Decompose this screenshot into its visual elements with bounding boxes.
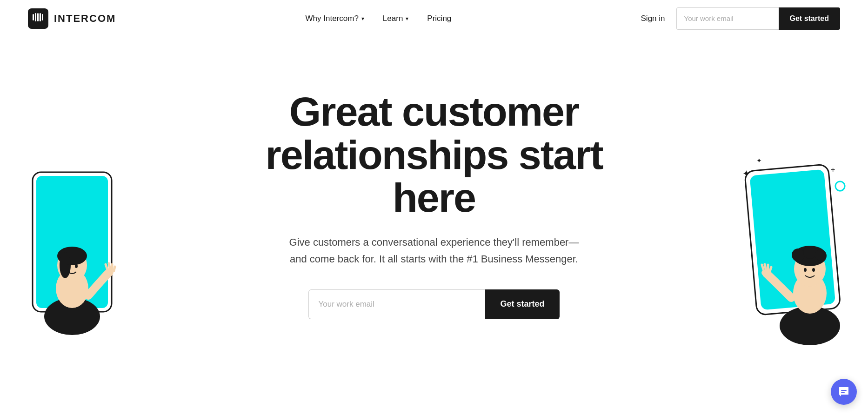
svg-rect-41 [841,392,845,393]
hero-title: Great customer relationships start here [225,90,643,219]
svg-point-31 [815,249,826,261]
hero-subtitle: Give customers a conversational experien… [271,234,597,267]
svg-point-22 [835,181,845,191]
nav-why-intercom[interactable]: Why Intercom? ▾ [306,14,364,23]
right-character-illustration: ✦ ✦ + [738,149,849,354]
svg-rect-2 [37,13,39,21]
svg-line-36 [765,264,766,269]
chat-widget-button[interactable] [831,379,857,405]
nav-learn[interactable]: Learn ▾ [383,14,408,23]
hero-cta: Get started [225,289,643,319]
left-character-illustration [28,158,130,354]
chevron-down-icon: ▾ [361,15,364,22]
nav-email-input[interactable] [676,7,779,30]
svg-point-30 [803,246,816,259]
svg-rect-4 [42,14,43,20]
svg-line-16 [109,263,110,268]
nav-pricing[interactable]: Pricing [427,14,451,23]
hero-section: ✦ ✦ + [0,37,868,363]
chevron-down-icon: ▾ [406,15,408,22]
logo-text: INTERCOM [54,13,116,25]
logo-icon [28,8,48,29]
svg-point-29 [792,248,805,262]
svg-point-13 [75,264,78,268]
svg-line-35 [762,265,763,269]
chat-icon [837,385,850,398]
svg-point-32 [804,268,807,272]
svg-rect-40 [841,390,847,391]
svg-text:+: + [831,166,835,174]
nav-right: Sign in Get started [641,7,840,30]
svg-point-12 [67,264,69,268]
svg-rect-3 [40,13,41,21]
nav-signin-link[interactable]: Sign in [641,14,665,23]
svg-text:✦: ✦ [756,157,762,164]
svg-point-33 [812,268,815,272]
logo-link[interactable]: INTERCOM [28,8,116,29]
hero-email-input[interactable] [308,289,485,319]
hero-get-started-button[interactable]: Get started [485,289,559,319]
nav-center: Why Intercom? ▾ Learn ▾ Pricing [306,14,452,23]
intercom-logo-icon [32,12,45,25]
svg-line-15 [106,264,107,268]
hero-content: Great customer relationships start here … [225,90,643,319]
nav-get-started-button[interactable]: Get started [779,7,840,30]
svg-line-38 [770,267,771,271]
svg-line-18 [114,267,115,271]
svg-rect-1 [35,13,36,21]
svg-rect-0 [33,14,34,20]
navbar: INTERCOM Why Intercom? ▾ Learn ▾ Pricing… [0,0,868,37]
